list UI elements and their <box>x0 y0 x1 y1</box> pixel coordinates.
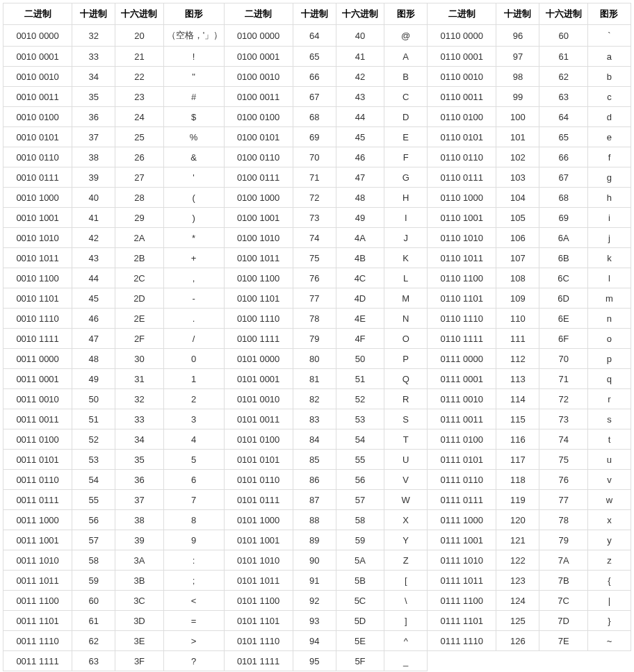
cell-hex: 50 <box>336 349 384 369</box>
header-hex: 十六进制 <box>115 3 163 25</box>
table-row: 0010 01013725%0100 01016945E0110 0101101… <box>3 127 631 147</box>
cell-hex: 4D <box>336 288 384 309</box>
cell-glyph: P <box>384 349 428 369</box>
cell-hex: 34 <box>115 429 163 450</box>
cell-glyph: N <box>384 309 428 329</box>
cell-dec: 84 <box>293 429 336 450</box>
cell-dec: 102 <box>496 147 539 167</box>
cell-bin: 0100 1101 <box>224 288 293 309</box>
cell-hex: 5A <box>336 550 384 571</box>
table-row: 0010 00003220（空格，'」）0100 00006440@0110 0… <box>3 25 631 47</box>
cell-bin: 0101 0110 <box>224 470 293 490</box>
cell-hex: 39 <box>115 530 163 550</box>
cell-bin: 0100 0100 <box>224 107 293 127</box>
cell-glyph: # <box>163 87 224 107</box>
cell-hex: 47 <box>336 167 384 188</box>
header-bin: 二进制 <box>428 3 496 25</box>
cell-dec: 67 <box>293 87 336 107</box>
cell-dec: 78 <box>293 309 336 329</box>
cell-glyph: ] <box>384 611 428 631</box>
header-dec: 十进制 <box>496 3 539 25</box>
cell-hex: 79 <box>539 530 587 550</box>
cell-dec: 122 <box>496 550 539 571</box>
cell-bin: 0111 1010 <box>428 550 496 571</box>
cell-bin: 0111 1110 <box>428 631 496 651</box>
cell-bin: 0010 0011 <box>3 87 72 107</box>
cell-glyph: s <box>587 409 631 429</box>
cell-glyph: e <box>587 127 631 147</box>
cell-hex: 41 <box>336 47 384 67</box>
cell-glyph: / <box>163 329 224 349</box>
cell-hex: 55 <box>336 450 384 470</box>
cell-bin: 0100 1110 <box>224 309 293 329</box>
cell-bin: 0110 1000 <box>428 188 496 208</box>
cell-hex: 66 <box>539 147 587 167</box>
cell-glyph: F <box>384 147 428 167</box>
cell-glyph: L <box>384 268 428 288</box>
cell-dec: 106 <box>496 228 539 248</box>
cell-glyph: ^ <box>384 631 428 651</box>
cell-bin: 0110 0101 <box>428 127 496 147</box>
cell-dec: 98 <box>496 67 539 87</box>
cell-dec: 51 <box>72 409 115 429</box>
cell-dec: 68 <box>293 107 336 127</box>
cell-bin: 0111 0101 <box>428 450 496 470</box>
cell-hex: 7C <box>539 591 587 611</box>
cell-dec: 43 <box>72 248 115 268</box>
cell-glyph: b <box>587 67 631 87</box>
cell-glyph: 2 <box>163 389 224 409</box>
cell-bin: 0011 1010 <box>3 550 72 571</box>
table-row: 0010 00103422"0100 00106642B0110 0010986… <box>3 67 631 87</box>
cell-dec: 104 <box>496 188 539 208</box>
cell-hex: 75 <box>539 450 587 470</box>
cell-glyph: r <box>587 389 631 409</box>
cell-glyph: O <box>384 329 428 349</box>
cell-bin: 0111 0000 <box>428 349 496 369</box>
cell-dec: 69 <box>293 127 336 147</box>
cell-hex: 72 <box>539 389 587 409</box>
cell-dec: 34 <box>72 67 115 87</box>
cell-glyph: U <box>384 450 428 470</box>
cell-glyph: J <box>384 228 428 248</box>
table-row: 0010 1011432B+0100 1011754BK0110 1011107… <box>3 248 631 268</box>
cell-glyph: X <box>384 510 428 530</box>
cell-bin: 0100 1011 <box>224 248 293 268</box>
table-row: 0011 1100603C<0101 1100925C\0111 1100124… <box>3 591 631 611</box>
cell-bin: 0101 0101 <box>224 450 293 470</box>
cell-glyph: @ <box>384 25 428 47</box>
cell-bin: 0100 0000 <box>224 25 293 47</box>
cell-dec: 92 <box>293 591 336 611</box>
cell-dec: 113 <box>496 369 539 389</box>
cell-dec: 108 <box>496 268 539 288</box>
cell-dec: 118 <box>496 470 539 490</box>
cell-hex: 23 <box>115 87 163 107</box>
cell-dec: 120 <box>496 510 539 530</box>
cell-hex: 37 <box>115 490 163 510</box>
cell-dec: 74 <box>293 228 336 248</box>
table-row: 0010 1111472F/0100 1111794FO0110 1111111… <box>3 329 631 349</box>
cell-dec: 82 <box>293 389 336 409</box>
cell-bin: 0111 0001 <box>428 369 496 389</box>
cell-bin: 0110 1111 <box>428 329 496 349</box>
cell-hex: 24 <box>115 107 163 127</box>
table-row: 0011 1010583A:0101 1010905AZ0111 1010122… <box>3 550 631 571</box>
cell-dec: 94 <box>293 631 336 651</box>
table-row: 0010 1101452D-0100 1101774DM0110 1101109… <box>3 288 631 309</box>
cell-dec: 57 <box>72 530 115 550</box>
cell-hex: 5B <box>336 571 384 591</box>
cell-glyph: , <box>163 268 224 288</box>
cell-bin: 0100 1111 <box>224 329 293 349</box>
cell-dec: 99 <box>496 87 539 107</box>
cell-glyph: 7 <box>163 490 224 510</box>
cell-dec: 83 <box>293 409 336 429</box>
cell-bin: 0100 1000 <box>224 188 293 208</box>
table-row: 0011 1110623E>0101 1110945E^0111 1110126… <box>3 631 631 651</box>
cell-hex: 33 <box>115 409 163 429</box>
cell-dec: 50 <box>72 389 115 409</box>
cell-dec: 61 <box>72 611 115 631</box>
cell-hex: 7B <box>539 571 587 591</box>
cell-bin: 0101 1011 <box>224 571 293 591</box>
cell-bin: 0110 0000 <box>428 25 496 47</box>
cell-dec: 46 <box>72 309 115 329</box>
cell-hex: 52 <box>336 389 384 409</box>
